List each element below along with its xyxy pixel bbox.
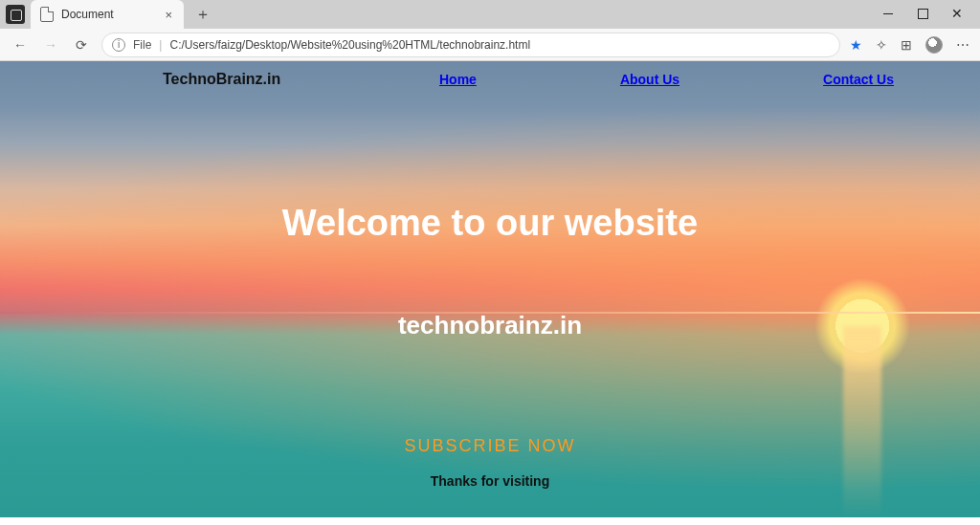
nav-refresh-button[interactable]: ⟳ (71, 34, 92, 55)
new-tab-button[interactable]: ＋ (189, 1, 216, 28)
favorite-star-icon[interactable]: ★ (850, 37, 862, 53)
hero-section: Welcome to our website technobrainz.in (0, 203, 980, 340)
hero-subtitle: technobrainz.in (0, 311, 980, 340)
more-menu-icon[interactable]: ⋯ (956, 37, 970, 53)
hero-title: Welcome to our website (0, 203, 980, 244)
toolbar-right-icons: ★ ✧ ⊞ ⋯ (850, 36, 970, 54)
favorites-bar-icon[interactable]: ✧ (876, 37, 887, 53)
profile-avatar-icon[interactable] (925, 36, 943, 54)
address-bar: ← → ⟳ i File | C:/Users/faizg/Desktop/We… (0, 29, 980, 61)
thanks-text: Thanks for visiting (0, 473, 980, 489)
nav-links: Home About Us Contact Us (439, 72, 923, 87)
site-info-icon[interactable]: i (112, 38, 125, 52)
subscribe-button[interactable]: SUBSCRIBE NOW (0, 436, 980, 456)
url-text: C:/Users/faizg/Desktop/Website%20using%2… (169, 38, 830, 52)
url-separator: | (159, 38, 162, 52)
nav-link-home[interactable]: Home (439, 72, 477, 87)
url-field[interactable]: i File | C:/Users/faizg/Desktop/Website%… (101, 33, 840, 57)
document-icon (40, 7, 54, 22)
url-scheme-label: File (133, 38, 151, 52)
collections-icon[interactable]: ⊞ (901, 37, 912, 53)
page-viewport: TechnoBrainz.in Home About Us Contact Us… (0, 61, 980, 517)
nav-forward-button[interactable]: → (40, 34, 61, 55)
nav-back-button[interactable]: ← (10, 34, 31, 55)
tab-title: Document (61, 8, 155, 21)
site-logo: TechnoBrainz.in (163, 71, 280, 88)
window-close-button[interactable]: ✕ (940, 0, 974, 27)
window-minimize-button[interactable] (871, 0, 905, 27)
nav-link-about[interactable]: About Us (620, 72, 679, 87)
window-maximize-button[interactable] (905, 0, 940, 27)
browser-chrome: Document × ＋ ✕ ← → ⟳ i File | C:/Users/f… (0, 0, 980, 61)
tab-bar: Document × ＋ ✕ (0, 0, 980, 29)
top-nav: TechnoBrainz.in Home About Us Contact Us (0, 61, 980, 88)
browser-tab-active[interactable]: Document × (31, 0, 184, 29)
tab-preview-icon[interactable] (6, 5, 25, 24)
window-controls: ✕ (871, 0, 974, 27)
tab-close-icon[interactable]: × (163, 8, 174, 22)
page-content: TechnoBrainz.in Home About Us Contact Us… (0, 61, 980, 517)
nav-link-contact[interactable]: Contact Us (823, 72, 894, 87)
